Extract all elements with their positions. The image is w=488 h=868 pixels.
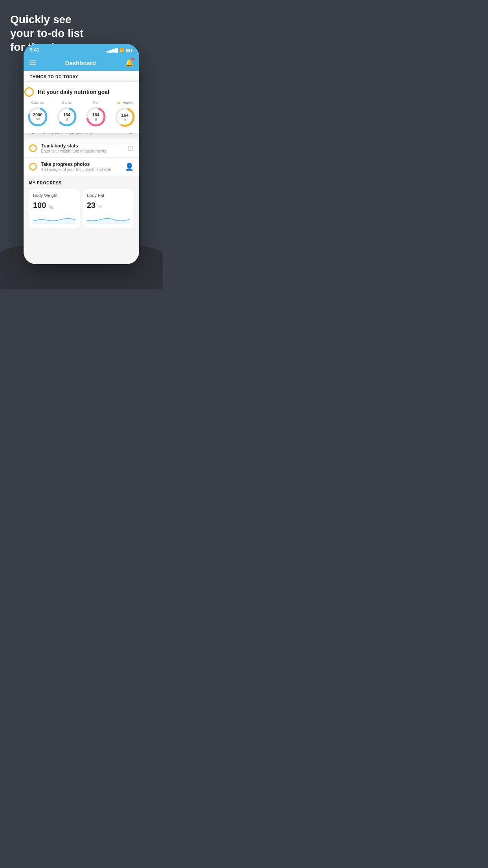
protein-label-row: ★ Protein xyxy=(117,101,133,105)
nutrition-card: Hit your daily nutrition goal Calories 2… xyxy=(24,82,139,133)
body-fat-chart xyxy=(87,213,130,224)
body-weight-unit: kg xyxy=(49,204,54,209)
photos-info: Take progress photos Add images of your … xyxy=(41,162,121,172)
nutrition-check-circle[interactable] xyxy=(24,87,34,97)
calories-value: 2000 xyxy=(33,112,42,117)
body-stats-icon: ⊡ xyxy=(128,144,134,153)
progress-header: MY PROGRESS xyxy=(29,181,134,185)
wifi-icon: 📶 xyxy=(119,48,124,52)
body-weight-value: 100 xyxy=(33,201,46,210)
phone-frame: 9:41 ▂▄▆█ 📶 ▮▮▮ Dashboard 🔔 THINGS TO DO… xyxy=(24,44,139,264)
signal-icon: ▂▄▆█ xyxy=(106,48,118,52)
nutrition-protein: ★ Protein 164 g xyxy=(114,101,136,128)
carbs-unit: g xyxy=(63,118,70,121)
nutrition-card-title: Hit your daily nutrition goal xyxy=(38,89,109,95)
body-stats-title: Track body stats xyxy=(41,143,124,149)
things-today-header: THINGS TO DO TODAY xyxy=(24,71,139,81)
protein-value: 164 xyxy=(121,113,128,118)
body-weight-chart xyxy=(33,213,76,224)
bell-icon[interactable]: 🔔 xyxy=(125,59,134,67)
main-content: THINGS TO DO TODAY Hit your daily nutrit… xyxy=(24,71,139,264)
photos-subtitle: Add images of your front, back, and side xyxy=(41,167,121,172)
photos-icon: 👤 xyxy=(125,162,134,171)
nav-bar: Dashboard 🔔 xyxy=(24,55,139,71)
body-stats-info: Track body stats Enter your weight and m… xyxy=(41,143,124,153)
calories-donut: 2000 cal xyxy=(27,106,48,127)
fat-label: Fat xyxy=(93,101,98,105)
carbs-donut: 164 g xyxy=(56,106,77,127)
photos-title: Take progress photos xyxy=(41,162,121,167)
star-icon: ★ xyxy=(117,101,121,105)
hamburger-menu[interactable] xyxy=(29,61,36,65)
body-fat-card[interactable]: Body Fat 23 % xyxy=(83,189,134,228)
status-time: 9:41 xyxy=(30,47,39,53)
body-fat-value: 23 xyxy=(87,201,95,210)
carbs-value: 164 xyxy=(63,112,70,117)
body-fat-title: Body Fat xyxy=(87,193,130,198)
calories-unit: cal xyxy=(33,118,42,121)
nutrition-fat: Fat 164 g xyxy=(85,101,106,127)
body-stats-check-circle[interactable] xyxy=(29,144,37,152)
carbs-label: Carbs xyxy=(62,101,72,105)
body-fat-unit: % xyxy=(99,204,103,209)
nav-title: Dashboard xyxy=(65,60,96,66)
photos-check-circle[interactable] xyxy=(29,163,37,171)
protein-unit: g xyxy=(121,118,128,121)
fat-value: 164 xyxy=(92,112,99,117)
body-weight-title: Body Weight xyxy=(33,193,76,198)
status-bar: 9:41 ▂▄▆█ 📶 ▮▮▮ xyxy=(24,44,139,55)
task-photos[interactable]: Take progress photos Add images of your … xyxy=(24,158,139,176)
fat-donut: 164 g xyxy=(85,106,106,127)
protein-donut: 164 g xyxy=(114,107,136,128)
bell-notification-dot xyxy=(132,58,134,61)
calories-label: Calories xyxy=(31,101,44,105)
nutrition-carbs: Carbs 164 g xyxy=(56,101,77,127)
nutrition-row: Calories 2000 cal Carbs xyxy=(24,101,138,128)
task-body-stats[interactable]: Track body stats Enter your weight and m… xyxy=(24,139,139,158)
protein-label: Protein xyxy=(121,101,133,105)
body-weight-card[interactable]: Body Weight 100 kg xyxy=(29,189,80,228)
fat-unit: g xyxy=(92,118,99,121)
nutrition-calories: Calories 2000 cal xyxy=(27,101,48,127)
progress-section: MY PROGRESS Body Weight 100 kg xyxy=(24,176,139,231)
battery-icon: ▮▮▮ xyxy=(126,48,133,52)
progress-cards: Body Weight 100 kg Body Fat xyxy=(29,189,134,228)
status-icons: ▂▄▆█ 📶 ▮▮▮ xyxy=(106,48,133,52)
body-stats-subtitle: Enter your weight and measurements xyxy=(41,149,124,153)
